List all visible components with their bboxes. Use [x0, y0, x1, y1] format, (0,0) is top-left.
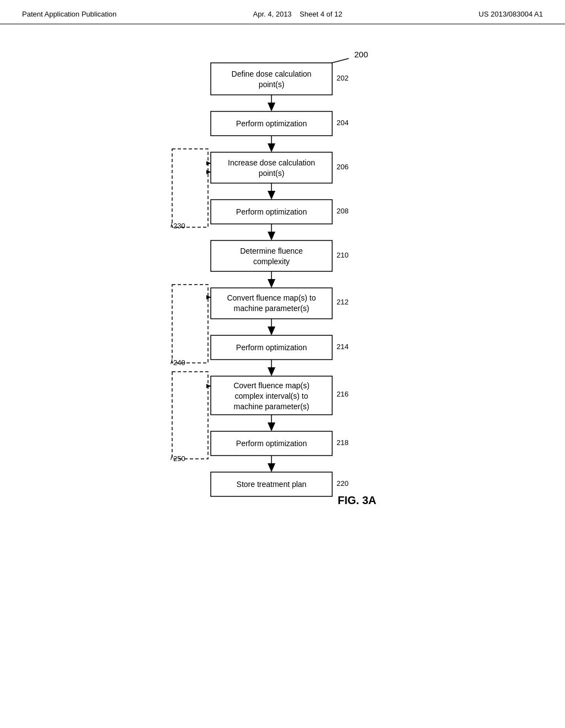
arrowhead-206-208: [268, 191, 275, 200]
label-250: 250: [173, 454, 185, 463]
box-212-text-2: machine parameter(s): [234, 304, 310, 313]
label-230: 230: [173, 222, 185, 230]
flowchart-svg: 200 Define dose calculation point(s) 202…: [139, 41, 426, 703]
loop-230-arrowhead1: [206, 161, 211, 165]
box-202: [211, 63, 332, 95]
label-214: 214: [337, 342, 349, 351]
label-206: 206: [337, 163, 349, 171]
slash-250: /: [170, 453, 173, 462]
box-216-text-1: Covert fluence map(s): [233, 381, 310, 390]
label-212: 212: [337, 298, 349, 306]
box-210-text-2: complexity: [253, 257, 290, 266]
box-210: [211, 240, 332, 271]
main-content: 200 Define dose calculation point(s) 202…: [0, 24, 565, 719]
start-label: 200: [354, 50, 368, 59]
loop-240-box: [172, 285, 208, 363]
label-218: 218: [337, 438, 349, 447]
header-publication: Patent Application Publication: [22, 10, 116, 18]
box-216-text-2: complex interval(s) to: [234, 392, 308, 400]
box-214-text: Perform optimization: [236, 343, 307, 352]
arrowhead-210-212: [268, 279, 275, 288]
box-220-text: Store treatment plan: [237, 480, 307, 489]
loop-250-arrowhead: [206, 384, 211, 388]
box-208-text: Perform optimization: [236, 207, 307, 216]
box-204-text: Perform optimization: [236, 119, 307, 128]
header-sheet: Sheet 4 of 12: [300, 10, 342, 18]
box-212-text-1: Convert fluence map(s) to: [227, 293, 316, 302]
label-240: 240: [173, 358, 185, 367]
loop-230-box: [172, 149, 208, 227]
box-218-text: Perform optimization: [236, 439, 307, 448]
label-208: 208: [337, 207, 349, 215]
label-220: 220: [337, 479, 349, 488]
arrowhead-214-216: [268, 367, 275, 376]
label-210: 210: [337, 251, 349, 259]
slash-240: /: [170, 357, 173, 366]
label-204: 204: [337, 119, 349, 127]
arrowhead-216-218: [268, 422, 275, 431]
loop-250-box: [172, 372, 208, 459]
arrowhead-212-214: [268, 326, 275, 335]
loop-240-arrowhead: [206, 295, 211, 299]
box-202-text-2: point(s): [259, 80, 285, 89]
header-date: Apr. 4, 2013: [253, 10, 291, 18]
label-202: 202: [337, 74, 349, 82]
arrowhead-218-220: [268, 463, 275, 472]
arrowhead-204-206: [268, 143, 275, 152]
fig-label: FIG. 3A: [338, 494, 376, 506]
box-206: [211, 152, 332, 183]
box-202-text-1: Define dose calculation: [232, 69, 312, 78]
label-216: 216: [337, 390, 349, 398]
header-date-sheet: Apr. 4, 2013 Sheet 4 of 12: [253, 10, 342, 18]
box-210-text-1: Determine fluence: [240, 247, 303, 255]
loop-230-arrowhead2: [206, 170, 211, 174]
box-212: [211, 288, 332, 319]
arrowhead-202-204: [268, 103, 275, 111]
slash-230: /: [170, 221, 173, 229]
box-216-text-3: machine parameter(s): [234, 402, 310, 411]
page-header: Patent Application Publication Apr. 4, 2…: [0, 0, 565, 24]
header-patent-number: US 2013/083004 A1: [479, 10, 543, 18]
arrowhead-208-210: [268, 232, 275, 240]
box-206-text-2: point(s): [259, 169, 285, 178]
box-206-text-1: Increase dose calculation: [228, 158, 315, 167]
